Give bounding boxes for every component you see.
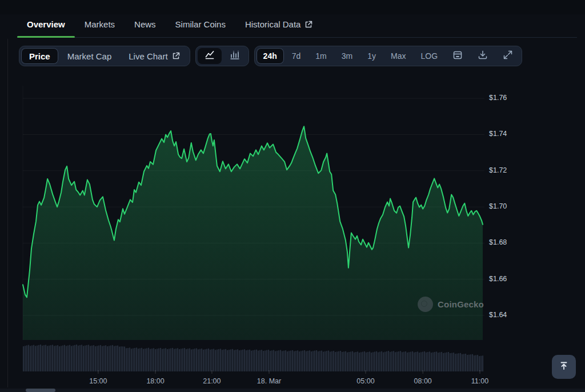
tab-label: Similar Coins [175, 19, 226, 29]
line-chart-type-button[interactable] [198, 48, 222, 64]
range-1y-button[interactable]: 1y [360, 48, 383, 64]
price-area [23, 126, 483, 340]
line-chart-icon [204, 49, 215, 63]
horizontal-scrollbar-track[interactable] [0, 389, 585, 392]
log-scale-button[interactable]: LOG [414, 48, 444, 64]
watermark-text: CoinGecko [438, 299, 484, 309]
chart-toolbar: Price Market Cap Live Chart 2 [19, 46, 522, 66]
calendar-icon [452, 50, 463, 62]
coingecko-watermark: CoinGecko [418, 297, 484, 312]
range-label: 24h [263, 51, 277, 61]
tab-label: Markets [85, 19, 115, 29]
range-label: LOG [420, 51, 438, 61]
download-icon [478, 50, 488, 62]
scroll-to-top-button[interactable] [552, 355, 576, 379]
bar-chart-icon [229, 49, 241, 63]
coin-page: $1.76$1.74$1.72$1.70$1.68$1.66$1.6415:00… [0, 0, 585, 392]
range-7d-button[interactable]: 7d [285, 48, 308, 64]
range-label: Max [391, 51, 406, 61]
price-button[interactable]: Price [21, 48, 58, 64]
range-1m-button[interactable]: 1m [308, 48, 333, 64]
bar-chart-type-button[interactable] [223, 48, 247, 64]
range-label: 1y [367, 51, 376, 61]
external-link-icon [172, 52, 180, 60]
chart-type-group [195, 46, 249, 66]
tab-historical-data[interactable]: Historical Data [235, 16, 323, 37]
tab-overview[interactable]: Overview [17, 16, 75, 37]
expand-icon [503, 50, 513, 62]
range-3m-button[interactable]: 3m [335, 48, 359, 64]
coingecko-logo-icon [418, 297, 433, 312]
range-label: 3m [342, 51, 352, 61]
live-chart-button-label: Live Chart [129, 51, 167, 61]
fullscreen-button[interactable] [496, 48, 520, 64]
market-cap-button-label: Market Cap [67, 51, 112, 61]
range-group: 24h 7d 1m 3m 1y Max LOG [254, 46, 522, 66]
tab-markets[interactable]: Markets [75, 16, 125, 37]
range-24h-button[interactable]: 24h [257, 48, 284, 64]
date-picker-button[interactable] [446, 48, 470, 64]
live-chart-button[interactable]: Live Chart [121, 48, 187, 64]
market-cap-button[interactable]: Market Cap [59, 48, 120, 64]
arrow-up-to-line-icon [558, 360, 570, 374]
volume-bars [23, 345, 483, 371]
tab-label: Overview [27, 19, 65, 29]
range-label: 7d [292, 51, 301, 61]
series-toggle-group: Price Market Cap Live Chart [19, 46, 190, 66]
range-label: 1m [315, 51, 326, 61]
download-chart-button[interactable] [471, 48, 495, 64]
tab-news[interactable]: News [125, 16, 166, 37]
price-button-label: Price [29, 51, 50, 61]
external-link-icon [304, 21, 312, 29]
tab-label: News [134, 19, 156, 29]
range-max-button[interactable]: Max [384, 48, 412, 64]
tab-label: Historical Data [245, 19, 301, 29]
section-tabs: Overview Markets News Similar Coins Hist… [17, 16, 577, 38]
horizontal-scrollbar-thumb[interactable] [26, 389, 55, 392]
tab-similar-coins[interactable]: Similar Coins [166, 16, 235, 37]
